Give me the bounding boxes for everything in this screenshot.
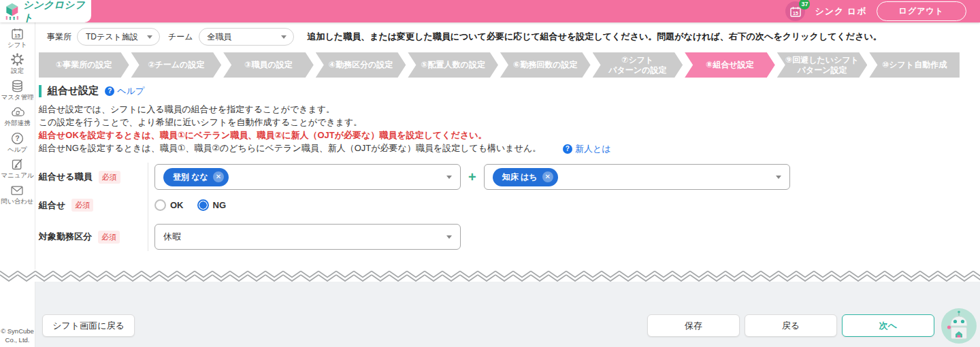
svg-text:15: 15 [793, 10, 798, 15]
question-icon: ? [105, 86, 114, 96]
wizard-step-6[interactable]: ⑥勤務回数の設定 [500, 52, 591, 78]
wizard-step-3[interactable]: ③職員の設定 [223, 52, 314, 78]
chevron-down-icon [281, 35, 287, 39]
office-value: TDテスト施設 [86, 31, 138, 43]
team-value: 全職員 [208, 31, 232, 43]
toolbar: 事業所 TDテスト施設 チーム 全職員 追加した職員、または変更した職員について… [39, 22, 960, 51]
sidebar-item-contact[interactable]: 問い合わせ [1, 184, 33, 205]
sidebar-item-master[interactable]: マスタ管理 [1, 79, 33, 101]
chatbot-avatar[interactable] [941, 308, 977, 344]
copyright: © SynCube Co., Ltd. [0, 282, 35, 347]
manual-icon [10, 157, 24, 171]
database-icon [10, 79, 24, 93]
team-label: チーム [168, 31, 193, 43]
staff-label: 組合せる職員 [39, 171, 93, 183]
wizard-step-1[interactable]: ①事業所の設定 [39, 52, 129, 78]
remove-staff2-icon[interactable]: ✕ [542, 171, 553, 182]
app-logo[interactable]: シンクロシフト [0, 0, 91, 22]
chevron-down-icon [147, 35, 152, 39]
required-badge: 必須 [98, 231, 120, 244]
duty-row: 対象勤務区分 必須 休暇 [39, 224, 960, 250]
app-title: シンクロシフト [23, 0, 91, 24]
wizard-step-10[interactable]: ⑩シフト自動作成 [869, 52, 960, 78]
newbie-help-link[interactable]: ? 新人とは [563, 142, 611, 155]
sidebar-item-label: マスタ管理 [1, 94, 33, 101]
wizard-step-5[interactable]: ⑤配置人数の設定 [408, 52, 498, 78]
user-avatar[interactable]: 15 37 [785, 1, 805, 21]
sidebar-item-label: マニュアル [1, 172, 34, 179]
radio-ok-circle[interactable] [154, 199, 166, 211]
wizard-step-9[interactable]: ⑨回避したいシフト パターン設定 [777, 52, 868, 78]
sidebar-item-label: 問い合わせ [1, 198, 33, 205]
footer: © SynCube Co., Ltd. シフト画面に戻る 保存 戻る 次へ [0, 282, 980, 347]
wizard-step-4[interactable]: ④勤務区分の設定 [316, 52, 406, 78]
staff2-chip: 知床 はち ✕ [493, 168, 558, 186]
svg-text:15: 15 [14, 33, 20, 39]
required-badge: 必須 [71, 199, 93, 212]
combination-label: 組合せ [39, 199, 65, 212]
back-button[interactable]: 戻る [745, 314, 837, 337]
radio-ng-circle-checked[interactable] [197, 199, 209, 211]
svg-text:?: ? [15, 134, 19, 142]
chevron-down-icon [776, 176, 781, 179]
required-badge: 必須 [99, 171, 120, 184]
desc-line-warning: 組合せOKを設定するときは、職員①にベテラン職員、職員②に新人（OJTが必要な）… [39, 129, 960, 142]
sidebar-item-manual[interactable]: マニュアル [1, 157, 34, 179]
staff-row: 組合せる職員 必須 登別 なな ✕ + 知床 はち [39, 164, 960, 190]
calendar-icon: 15 [10, 27, 24, 41]
sidebar-item-label: 設定 [11, 67, 24, 74]
combination-form: 組合せる職員 必須 登別 なな ✕ + 知床 はち [39, 164, 960, 250]
wizard-step-8-active[interactable]: ⑧組合せ設定 [685, 52, 775, 78]
wizard-step-7[interactable]: ⑦シフト パターンの設定 [593, 52, 683, 78]
save-button[interactable]: 保存 [647, 314, 740, 337]
staff2-select[interactable]: 知床 はち ✕ [484, 164, 790, 190]
office-label: 事業所 [47, 31, 71, 43]
syncube-cube-icon [5, 2, 20, 20]
duty-label: 対象勤務区分 [39, 231, 92, 243]
sidebar-item-help[interactable]: ? ヘルプ [7, 131, 27, 153]
chevron-down-icon [446, 176, 452, 179]
back-to-shift-button[interactable]: シフト画面に戻る [42, 314, 135, 337]
staff1-select[interactable]: 登別 なな ✕ [154, 164, 461, 190]
sidebar: 15 シフト 設定 マスタ管理 [0, 22, 35, 269]
duty-select[interactable]: 休暇 [154, 224, 461, 250]
robot-icon [941, 308, 977, 344]
question-icon: ? [563, 144, 572, 154]
desc-line: 組合せ設定では、シフトに入る職員の組合せを指定することができます。 [39, 103, 960, 116]
section-accent-bar [39, 85, 42, 97]
app-header: シンクロシフト 15 37 シンク ロボ ログアウト [0, 0, 980, 22]
team-select[interactable]: 全職員 [199, 28, 294, 46]
notification-badge: 37 [799, 0, 810, 10]
page-title: 組合せ設定 [48, 84, 99, 97]
radio-ok[interactable]: OK [154, 199, 184, 211]
section-description: 組合せ設定では、シフトに入る職員の組合せを指定することができます。 この設定を行… [39, 103, 960, 155]
sidebar-item-settings[interactable]: 設定 [10, 52, 24, 74]
zigzag-divider [0, 269, 980, 282]
wizard-step-2[interactable]: ②チームの設定 [131, 52, 222, 78]
main-content: 事業所 TDテスト施設 チーム 全職員 追加した職員、または変更した職員について… [35, 22, 980, 269]
staff1-chip: 登別 なな ✕ [163, 168, 229, 186]
office-select[interactable]: TDテスト施設 [77, 28, 160, 46]
help-link[interactable]: ? ヘルプ [105, 85, 144, 97]
chevron-down-icon [446, 235, 452, 239]
sidebar-item-label: シフト [7, 42, 27, 48]
mail-icon [10, 184, 24, 197]
plus-sign: + [468, 169, 476, 185]
next-button[interactable]: 次へ [842, 314, 934, 337]
radio-ng[interactable]: NG [197, 199, 227, 211]
desc-line: この設定を行うことで、より希望に近いシフトを自動作成することができます。 [39, 116, 960, 129]
cloud-sync-icon [10, 105, 25, 119]
sidebar-item-label: 外部連携 [5, 120, 31, 127]
combination-row: 組合せ 必須 OK NG [39, 199, 960, 212]
desc-line: 組合せNGを設定するときは、職員①、職員②のどちらにベテラン職員、新人（OJTが… [39, 142, 960, 155]
user-name: シンク ロボ [815, 5, 866, 18]
sidebar-item-shift[interactable]: 15 シフト [7, 27, 27, 48]
remove-staff1-icon[interactable]: ✕ [213, 171, 224, 182]
duty-value: 休暇 [163, 231, 181, 243]
help-icon: ? [10, 131, 24, 146]
step-wizard: ①事業所の設定 ②チームの設定 ③職員の設定 ④勤務区分の設定 ⑤配置人数の設定… [39, 52, 960, 78]
logout-button[interactable]: ログアウト [877, 1, 966, 21]
gear-icon [10, 52, 24, 67]
sidebar-item-label: ヘルプ [7, 146, 27, 153]
sidebar-item-external[interactable]: 外部連携 [5, 105, 31, 127]
